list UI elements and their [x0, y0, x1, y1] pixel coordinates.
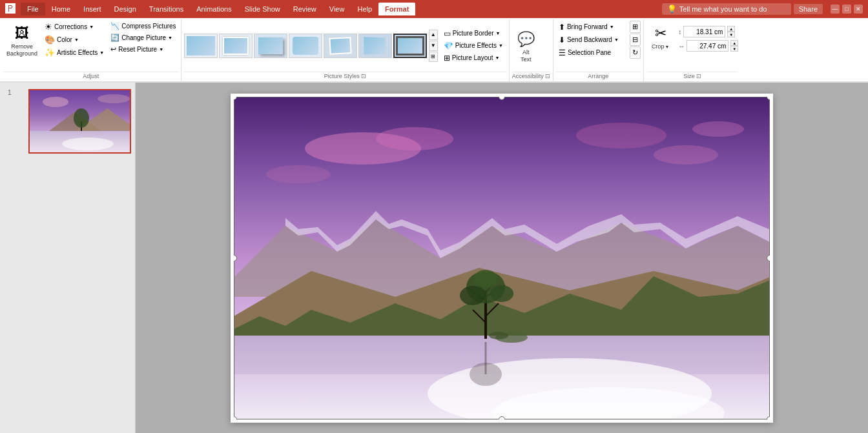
maximize-button[interactable]: □: [842, 5, 851, 14]
title-bar: 🅿 File Home Insert Design Transitions An…: [0, 0, 868, 18]
alt-text-button[interactable]: 💬 AltText: [512, 26, 540, 65]
share-button[interactable]: Share: [794, 4, 823, 14]
selected-image[interactable]: [234, 97, 770, 419]
size-expand-icon[interactable]: ⊡: [696, 73, 701, 79]
crop-button[interactable]: ✂ Crop▼: [646, 21, 674, 52]
tab-design[interactable]: Design: [108, 3, 143, 15]
picture-style-2[interactable]: [219, 34, 253, 58]
alt-text-label: AltText: [521, 49, 532, 63]
bring-forward-dropdown: ▼: [610, 25, 614, 29]
arrange-align-button[interactable]: ⊞: [630, 21, 641, 33]
svg-point-15: [692, 121, 744, 137]
reset-picture-icon: ↩: [110, 45, 116, 54]
picture-layout-button[interactable]: ⊞ Picture Layout ▼: [440, 52, 506, 64]
picture-border-icon: ▭: [444, 29, 451, 38]
picture-style-7[interactable]: [393, 34, 427, 58]
corrections-button[interactable]: ☀ Corrections ▼: [42, 21, 107, 33]
picture-style-1[interactable]: [184, 34, 218, 58]
picture-style-5[interactable]: [324, 34, 357, 58]
tab-transitions[interactable]: Transitions: [143, 3, 190, 15]
picture-effects-button[interactable]: 💎 Picture Effects ▼: [440, 40, 506, 52]
ribbon-group-arrange: ⬆ Bring Forward ▼ ⊞ ⬇ Send Backward ▼ ⊟: [553, 19, 644, 81]
handle-bottom-center[interactable]: [499, 416, 505, 419]
height-input[interactable]: [683, 26, 725, 37]
handle-middle-right[interactable]: [767, 255, 770, 261]
tab-view[interactable]: View: [323, 3, 351, 15]
corrections-icon: ☀: [45, 22, 52, 32]
picture-border-button[interactable]: ▭ Picture Border ▼: [440, 28, 506, 39]
compress-label: Compress Pictures: [121, 23, 176, 30]
reset-picture-button[interactable]: ↩ Reset Picture ▼: [108, 44, 178, 55]
picture-style-3[interactable]: [254, 34, 287, 58]
picture-style-6[interactable]: [358, 34, 392, 58]
arrange-group-btn[interactable]: ⊟: [630, 34, 641, 46]
color-button[interactable]: 🎨 Color ▼: [42, 34, 107, 46]
handle-bottom-right[interactable]: [767, 416, 770, 419]
width-input-row: ↔ ▲ ▼: [678, 40, 738, 52]
ribbon: 🖼 RemoveBackground ☀ Corrections ▼ 🎨 Col…: [0, 18, 868, 83]
tell-me-box[interactable]: 💡 Tell me what you want to do: [662, 3, 791, 15]
bring-forward-button[interactable]: ⬆ Bring Forward ▼: [556, 21, 628, 33]
picture-styles-group-label: Picture Styles ⊡: [184, 72, 506, 80]
main-area: 1: [0, 83, 868, 433]
tab-review[interactable]: Review: [287, 3, 323, 15]
compress-pictures-button[interactable]: 📉 Compress Pictures: [108, 21, 178, 32]
arrange-rotate-btn[interactable]: ↻: [630, 46, 641, 59]
selection-pane-button[interactable]: ☰ Selection Pane: [556, 47, 628, 59]
change-picture-label: Change Picture: [121, 34, 166, 41]
handle-top-right[interactable]: [767, 97, 770, 100]
picture-border-label: Picture Border: [453, 30, 494, 37]
adjust-group-label: Adjust: [3, 72, 179, 80]
height-spinner[interactable]: ▲ ▼: [727, 26, 735, 37]
bring-forward-label: Bring Forward: [567, 23, 608, 30]
reset-picture-dropdown-icon: ▼: [159, 47, 163, 52]
app-icon[interactable]: 🅿: [5, 3, 16, 15]
width-icon: ↔: [678, 43, 685, 50]
height-input-row: ↕ ▲ ▼: [678, 26, 738, 37]
picture-styles-expand-icon[interactable]: ⊡: [361, 73, 366, 79]
tab-animations[interactable]: Animations: [190, 3, 238, 15]
close-button[interactable]: ✕: [854, 5, 863, 14]
remove-background-button[interactable]: 🖼 RemoveBackground: [3, 21, 41, 59]
artistic-effects-button[interactable]: ✨ Artistic Effects ▼: [42, 46, 107, 59]
tab-home[interactable]: Home: [45, 3, 77, 15]
svg-point-32: [460, 286, 486, 305]
width-input[interactable]: [687, 40, 728, 52]
tab-format[interactable]: Format: [378, 3, 415, 15]
color-icon: 🎨: [45, 35, 55, 45]
selection-pane-icon: ☰: [559, 48, 566, 57]
send-backward-icon: ⬇: [559, 35, 565, 45]
tab-help[interactable]: Help: [351, 3, 378, 15]
style-scroll-up[interactable]: ▲: [429, 30, 438, 40]
picture-layout-dropdown: ▼: [495, 55, 500, 60]
tell-me-text: Tell me what you want to do: [679, 5, 767, 13]
send-backward-dropdown: ▼: [614, 37, 619, 42]
slide-thumb-box[interactable]: [28, 89, 131, 154]
alt-text-icon: 💬: [517, 31, 535, 48]
picture-border-dropdown: ▼: [496, 31, 501, 35]
picture-effects-dropdown: ▼: [499, 43, 503, 48]
accessibility-expand-icon[interactable]: ⊡: [545, 73, 550, 79]
style-expand[interactable]: ⊞: [429, 52, 438, 62]
corrections-label: Corrections: [54, 23, 87, 30]
width-spinner[interactable]: ▲ ▼: [730, 40, 738, 52]
change-picture-icon: 🔄: [110, 34, 119, 42]
ribbon-group-adjust: 🖼 RemoveBackground ☀ Corrections ▼ 🎨 Col…: [1, 19, 181, 81]
tab-file[interactable]: File: [21, 3, 45, 15]
crop-label: Crop▼: [652, 43, 669, 50]
picture-style-4[interactable]: [289, 34, 322, 58]
remove-bg-icon: 🖼: [15, 25, 29, 42]
tab-insert[interactable]: Insert: [77, 3, 108, 15]
slide-number: 1: [8, 89, 16, 96]
style-scroll-down[interactable]: ▼: [429, 41, 438, 51]
send-backward-button[interactable]: ⬇ Send Backward ▼: [556, 34, 628, 46]
change-picture-button[interactable]: 🔄 Change Picture ▼: [108, 32, 178, 43]
slide-thumbnail-1[interactable]: 1: [8, 89, 131, 154]
canvas-area: [136, 83, 868, 433]
ribbon-group-accessibility: 💬 AltText Accessibility ⊡: [510, 19, 553, 81]
artistic-effects-dropdown-icon: ▼: [99, 50, 104, 55]
minimize-button[interactable]: —: [831, 5, 840, 14]
slide-canvas[interactable]: [231, 94, 773, 423]
svg-point-33: [490, 285, 513, 302]
tab-slideshow[interactable]: Slide Show: [238, 3, 287, 15]
